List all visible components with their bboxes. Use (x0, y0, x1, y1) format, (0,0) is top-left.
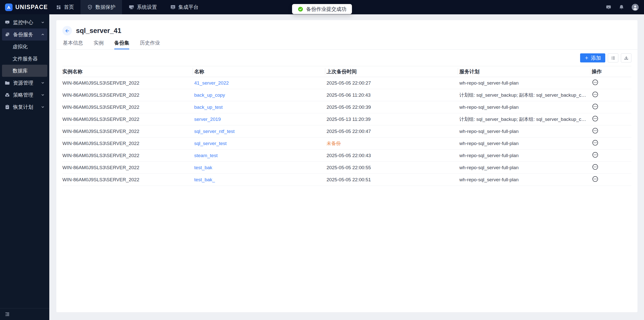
sidebar-item-label: 虚拟化 (13, 43, 28, 50)
backup-set-link[interactable]: steam_test (194, 153, 218, 158)
sidebar-footer (0, 308, 49, 320)
backup-set-link[interactable]: back_up_copy (194, 92, 225, 98)
backup-set-link[interactable]: sql_server_ntf_test (194, 129, 235, 134)
sidebar-item-virtualization[interactable]: 虚拟化 (2, 41, 47, 53)
download-icon (624, 55, 629, 61)
top-nav: 首页数据保护系统设置集成平台 (49, 0, 205, 14)
sidebar-item-label: 数据库 (13, 67, 28, 74)
backup-set-link[interactable]: 41_server_2022 (194, 80, 229, 86)
sidebar-item-database[interactable]: 数据库 (2, 65, 47, 77)
main-area: sql_server_41 基本信息实例备份集历史作业 添加 实例名称名称上次备… (49, 14, 644, 320)
brand: UNISPACE (0, 0, 49, 14)
topnav-item-system-settings[interactable]: 系统设置 (122, 0, 164, 14)
topnav-label: 首页 (64, 4, 74, 11)
cell-instance-name: WIN-86AM0J9SLS3\SERVER_2022 (62, 89, 194, 101)
ellipsis-circle-icon[interactable] (592, 91, 599, 98)
column-header-1: 名称 (194, 66, 327, 77)
table-row: WIN-86AM0J9SLS3\SERVER_2022test_bak_2025… (62, 174, 631, 186)
cell-service-plan: wh-repo-sql_server-full-plan (459, 174, 592, 186)
topnav-item-home[interactable]: 首页 (49, 0, 80, 14)
sidebar-item-label: 备份服务 (13, 31, 33, 38)
cell-last-backup-time: 2025-05-05 22:00:47 (327, 125, 459, 137)
ellipsis-circle-icon[interactable] (592, 175, 599, 183)
sidebar-item-policy-management[interactable]: 策略管理 (2, 89, 47, 101)
table-row: WIN-86AM0J9SLS3\SERVER_2022test_bak2025-… (62, 162, 631, 174)
cell-actions (592, 174, 631, 186)
cell-last-backup-time: 2025-05-06 11:20:43 (327, 89, 459, 101)
backup-set-link[interactable]: sql_server_test (194, 141, 227, 146)
cell-instance-name: WIN-86AM0J9SLS3\SERVER_2022 (62, 125, 194, 137)
cell-service-plan: wh-repo-sql_server-full-plan (459, 101, 592, 113)
shield-check-icon (87, 4, 93, 10)
toolbar: 添加 (62, 50, 631, 66)
tab-bar: 基本信息实例备份集历史作业 (62, 40, 631, 49)
topnav-item-integration-platform[interactable]: 集成平台 (164, 0, 205, 14)
toast-text: 备份作业提交成功 (306, 6, 346, 13)
column-header-2: 上次备份时间 (327, 66, 459, 77)
cell-backup-set-name: test_bak_ (194, 174, 327, 186)
check-circle-icon (298, 6, 303, 12)
table-row: WIN-86AM0J9SLS3\SERVER_202241_server_202… (62, 77, 631, 89)
cell-backup-set-name: sql_server_test (194, 137, 327, 150)
sidebar-item-resource-management[interactable]: 资源管理 (2, 77, 47, 89)
cell-service-plan: 计划组: sql_server_backup; 副本组: sql_server_… (459, 89, 592, 101)
cell-backup-set-name: server_2019 (194, 113, 327, 125)
backup-set-link[interactable]: server_2019 (194, 117, 221, 122)
ellipsis-circle-icon[interactable] (592, 127, 599, 134)
cell-last-backup-time: 2025-05-05 22:00:55 (327, 162, 459, 174)
tab-instances[interactable]: 实例 (94, 40, 104, 49)
ellipsis-circle-icon[interactable] (592, 103, 599, 110)
ellipsis-circle-icon[interactable] (592, 163, 599, 170)
tab-basic-info[interactable]: 基本信息 (63, 40, 83, 49)
cell-service-plan: wh-repo-sql_server-full-plan (459, 125, 592, 137)
sidebar-item-recovery-plan[interactable]: 恢复计划 (2, 101, 47, 113)
table-header: 实例名称名称上次备份时间服务计划操作 (62, 66, 631, 77)
tab-backup-sets[interactable]: 备份集 (114, 40, 129, 49)
topnav-item-data-protection[interactable]: 数据保护 (80, 0, 122, 14)
cell-actions (592, 101, 631, 113)
cell-actions (592, 125, 631, 137)
ellipsis-circle-icon[interactable] (592, 139, 599, 146)
cell-backup-set-name: steam_test (194, 150, 327, 162)
export-button[interactable] (621, 53, 631, 62)
back-arrow-icon[interactable] (62, 26, 72, 35)
backup-set-link[interactable]: test_bak (194, 165, 212, 170)
column-header-0: 实例名称 (62, 66, 194, 77)
backup-set-link[interactable]: test_bak_ (194, 177, 215, 182)
cell-backup-set-name: test_bak (194, 162, 327, 174)
cell-instance-name: WIN-86AM0J9SLS3\SERVER_2022 (62, 162, 194, 174)
page-header: sql_server_41 (62, 20, 631, 36)
ellipsis-circle-icon[interactable] (592, 79, 599, 86)
tab-history-jobs[interactable]: 历史作业 (140, 40, 160, 49)
column-header-4: 操作 (592, 66, 631, 77)
app-root: UNISPACE 首页数据保护系统设置集成平台 备份作业提交成功 监控中心备份服… (0, 0, 644, 320)
integration-platform-icon (170, 4, 176, 10)
avatar-icon[interactable] (631, 4, 639, 11)
screen-cast-icon[interactable] (606, 4, 612, 10)
cell-instance-name: WIN-86AM0J9SLS3\SERVER_2022 (62, 77, 194, 89)
backup-service-icon (5, 32, 10, 37)
bell-icon[interactable] (619, 4, 624, 10)
cell-actions (592, 89, 631, 101)
chevron-down-icon (41, 20, 45, 24)
sidebar-item-file-server[interactable]: 文件服务器 (2, 53, 47, 65)
table-row: WIN-86AM0J9SLS3\SERVER_2022sql_server_te… (62, 137, 631, 150)
collapse-sidebar-icon[interactable] (5, 311, 10, 317)
ellipsis-circle-icon[interactable] (592, 115, 599, 122)
unispace-logo-icon (5, 4, 13, 11)
list-view-button[interactable] (608, 53, 618, 62)
sidebar-item-label: 文件服务器 (13, 55, 38, 62)
cell-service-plan: wh-repo-sql_server-full-plan (459, 162, 592, 174)
sidebar: 监控中心备份服务虚拟化文件服务器数据库资源管理策略管理恢复计划 (0, 14, 49, 320)
cell-service-plan: wh-repo-sql_server-full-plan (459, 150, 592, 162)
ellipsis-circle-icon[interactable] (592, 151, 599, 158)
toolbar-icon-buttons (608, 53, 631, 62)
cell-instance-name: WIN-86AM0J9SLS3\SERVER_2022 (62, 137, 194, 150)
chevron-up-icon (41, 32, 45, 37)
sidebar-item-backup-service[interactable]: 备份服务 (2, 28, 47, 41)
backup-set-link[interactable]: back_up_test (194, 104, 223, 110)
sidebar-item-monitoring-center[interactable]: 监控中心 (2, 16, 47, 28)
table-row: WIN-86AM0J9SLS3\SERVER_2022server_201920… (62, 113, 631, 125)
add-button[interactable]: 添加 (580, 53, 605, 62)
cell-instance-name: WIN-86AM0J9SLS3\SERVER_2022 (62, 101, 194, 113)
